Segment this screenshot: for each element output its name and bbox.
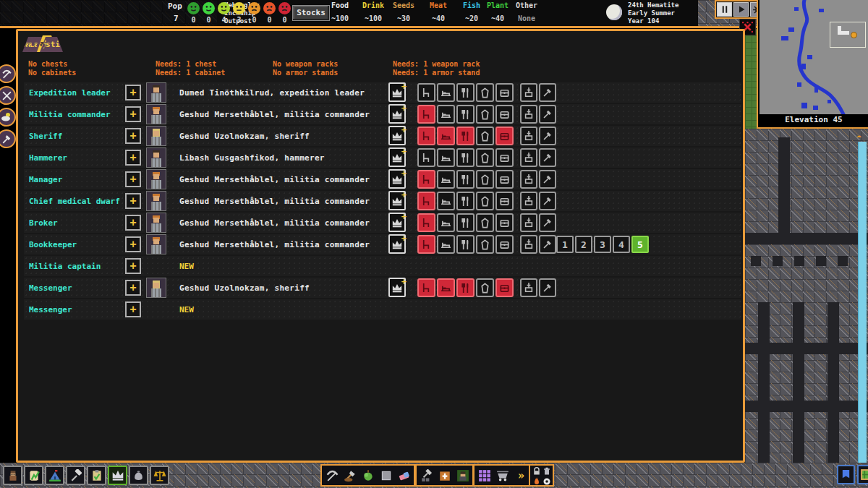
- dwarf-portrait[interactable]: [146, 104, 166, 124]
- assign-noble-button[interactable]: +: [125, 106, 141, 122]
- dwarf-portrait[interactable]: [146, 169, 166, 189]
- labor-mallet-button[interactable]: [66, 466, 85, 485]
- nobles-crown-button[interactable]: [108, 466, 127, 485]
- assign-noble-button[interactable]: +: [125, 128, 141, 144]
- assign-noble-button[interactable]: +: [125, 236, 141, 252]
- assign-noble-button[interactable]: +: [125, 85, 141, 100]
- precision-level-button[interactable]: 2: [575, 236, 592, 253]
- work-orders-clipboard-button[interactable]: [87, 466, 106, 485]
- resource-label: Meat: [420, 1, 457, 9]
- places-tent-button[interactable]: [45, 466, 64, 485]
- forbid-lock-button[interactable]: [532, 466, 541, 476]
- chop-axe-button[interactable]: [341, 466, 358, 484]
- justice-scales-button[interactable]: [150, 466, 169, 485]
- portrait-face: [153, 153, 159, 158]
- dwarf-portrait[interactable]: [146, 234, 166, 254]
- noble-title: Militia captain: [29, 262, 101, 271]
- pause-button[interactable]: [717, 2, 732, 17]
- banner-button[interactable]: [837, 465, 855, 484]
- dwarf-portrait[interactable]: [146, 278, 166, 298]
- dig-pickaxe-button[interactable]: [323, 466, 340, 484]
- resource-value: ~40: [420, 14, 457, 22]
- assign-noble-button[interactable]: +: [125, 171, 141, 187]
- gather-plant-button[interactable]: [359, 466, 376, 484]
- citizens-button[interactable]: [3, 466, 22, 485]
- minimap[interactable]: Elevation 45: [757, 0, 868, 129]
- objects-pouch-button[interactable]: [129, 466, 148, 485]
- chest-icon: [495, 278, 514, 297]
- assign-noble-button[interactable]: +: [125, 280, 141, 296]
- stockpile-grid-button[interactable]: [476, 466, 493, 484]
- more-chevrons-button[interactable]: »: [512, 466, 529, 484]
- hauling-cart-button[interactable]: [494, 466, 511, 484]
- armor-stand-icon: [539, 278, 556, 297]
- noble-name: Geshud Mersethåblel, militia commander: [179, 197, 370, 206]
- noble-title: Sheriff: [29, 132, 62, 141]
- dwarf-portrait[interactable]: [146, 147, 166, 168]
- warning-text: Needs: 1 chest Needs: 1 cabinet: [156, 60, 225, 77]
- coffin-icon: [476, 83, 494, 102]
- date-line2: Early Summer: [628, 9, 678, 17]
- bed-icon: [437, 213, 455, 232]
- weapon-rack-icon: [520, 170, 537, 189]
- mood-summary: 0043000: [187, 2, 296, 27]
- dwarf-portrait[interactable]: [146, 191, 166, 211]
- coffin-icon: [476, 278, 494, 297]
- replace-noble-button[interactable]: +: [388, 126, 406, 145]
- minimap-viewport[interactable]: [830, 22, 866, 48]
- replace-noble-button[interactable]: +: [388, 82, 406, 102]
- portrait-body: [151, 245, 161, 254]
- replace-noble-button[interactable]: +: [388, 278, 406, 297]
- burrow-dwarf-button[interactable]: [454, 466, 471, 484]
- chair-icon: [417, 235, 435, 254]
- dump-trash-button[interactable]: [542, 466, 551, 476]
- weapon-rack-icon: [520, 148, 537, 167]
- bed-icon: [437, 83, 455, 102]
- melt-button[interactable]: [542, 476, 551, 486]
- replace-noble-button[interactable]: +: [388, 147, 406, 167]
- crossed-swords-icon[interactable]: [0, 86, 16, 105]
- chest-icon: [495, 170, 514, 189]
- date-line3: Year 104: [628, 17, 678, 25]
- precision-level-button[interactable]: 3: [594, 236, 611, 253]
- bed-icon: [437, 278, 455, 297]
- play-button[interactable]: [733, 2, 749, 17]
- weather-icon[interactable]: [0, 108, 16, 127]
- erase-button[interactable]: [396, 466, 412, 484]
- warning-text: Needs: 1 weapon rack Needs: 1 armor stan…: [393, 60, 480, 77]
- armor-stand-icon: [539, 235, 556, 254]
- precision-level-button[interactable]: 5: [631, 236, 649, 253]
- stockpile-crate-button[interactable]: [436, 466, 453, 484]
- replace-noble-button[interactable]: +: [388, 169, 406, 189]
- dwarf-portrait[interactable]: [146, 82, 166, 103]
- assign-noble-button[interactable]: +: [125, 301, 141, 317]
- dwarf-portrait[interactable]: [146, 126, 166, 146]
- precision-level-button[interactable]: 4: [613, 236, 630, 253]
- assign-noble-button[interactable]: +: [125, 215, 141, 231]
- tasks-scroll-button[interactable]: [24, 466, 43, 485]
- replace-noble-button[interactable]: +: [388, 213, 406, 232]
- fire-button[interactable]: [532, 476, 541, 486]
- noble-title: Bookkeeper: [29, 240, 77, 249]
- elevation-label: Elevation 45: [760, 114, 868, 126]
- smooth-stone-button[interactable]: [378, 466, 394, 484]
- replace-noble-button[interactable]: +: [388, 234, 406, 254]
- mood-face-icon: [263, 2, 276, 14]
- portrait-face: [153, 87, 159, 93]
- dwarf-portrait[interactable]: [146, 213, 166, 233]
- assign-noble-button[interactable]: +: [125, 258, 141, 274]
- build-hammer-button[interactable]: [418, 466, 435, 484]
- replace-noble-button[interactable]: +: [388, 104, 406, 124]
- pickaxe-icon[interactable]: [0, 64, 16, 83]
- replace-noble-button[interactable]: +: [388, 191, 406, 210]
- chest-icon: [495, 192, 514, 210]
- coffin-icon: [476, 148, 494, 167]
- world-map-button[interactable]: [857, 465, 868, 484]
- assign-noble-button[interactable]: +: [125, 193, 141, 209]
- precision-level-button[interactable]: 1: [556, 236, 574, 253]
- noble-name: Geshud Uzolnokzam, sheriff: [179, 132, 310, 141]
- minimap-area[interactable]: [760, 0, 868, 114]
- hammer-tools-icon[interactable]: [0, 129, 16, 148]
- assign-noble-button[interactable]: +: [125, 150, 141, 166]
- date-display: 24th Hematite Early Summer Year 104: [628, 1, 678, 25]
